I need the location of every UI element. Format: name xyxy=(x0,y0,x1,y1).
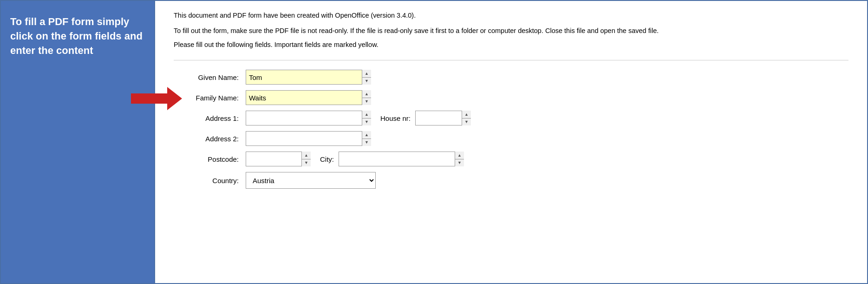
address1-row: Address 1: ▲ ▼ House nr: ▲ ▼ xyxy=(174,111,848,125)
family-name-input[interactable] xyxy=(246,90,371,105)
family-name-spinner-down[interactable]: ▼ xyxy=(362,98,371,106)
sidebar-instruction-text: To fill a PDF form simply click on the f… xyxy=(10,16,143,56)
postcode-input[interactable] xyxy=(246,152,311,166)
city-spinner-down[interactable]: ▼ xyxy=(455,159,464,167)
family-name-spinner-up[interactable]: ▲ xyxy=(362,90,371,98)
city-label: City: xyxy=(320,155,334,163)
address2-spinner-down[interactable]: ▼ xyxy=(362,139,371,146)
address2-row: Address 2: ▲ ▼ xyxy=(174,131,848,146)
postcode-spinner: ▲ ▼ xyxy=(301,152,311,166)
house-nr-spinner: ▲ ▼ xyxy=(462,111,471,125)
city-spinner-up[interactable]: ▲ xyxy=(455,152,464,159)
svg-marker-0 xyxy=(131,87,182,110)
country-row: Country: Austria Germany Switzerland Uni… xyxy=(174,172,848,189)
address1-input[interactable] xyxy=(246,111,371,125)
given-name-spinner-up[interactable]: ▲ xyxy=(362,70,371,78)
house-nr-spinner-down[interactable]: ▼ xyxy=(462,119,471,126)
address2-spinner-up[interactable]: ▲ xyxy=(362,131,371,139)
arrow-container xyxy=(131,87,182,114)
address2-label: Address 2: xyxy=(174,135,246,143)
postcode-spinner-down[interactable]: ▼ xyxy=(302,159,311,167)
family-name-spinner: ▲ ▼ xyxy=(362,90,371,105)
given-name-spinner: ▲ ▼ xyxy=(362,70,371,85)
given-name-input-wrapper: ▲ ▼ xyxy=(246,70,371,85)
postcode-input-wrapper: ▲ ▼ xyxy=(246,152,311,166)
sidebar: To fill a PDF form simply click on the f… xyxy=(1,1,154,283)
given-name-row: Given Name: ▲ ▼ xyxy=(174,70,848,85)
page-wrapper: To fill a PDF form simply click on the f… xyxy=(0,0,868,284)
address2-spinner: ▲ ▼ xyxy=(362,131,371,146)
address1-label: Address 1: xyxy=(174,114,246,122)
intro-line2: To fill out the form, make sure the PDF … xyxy=(174,26,848,36)
intro-line1: This document and PDF form have been cre… xyxy=(174,10,848,21)
family-name-row: Family Name: ▲ ▼ xyxy=(174,90,848,105)
intro-section: This document and PDF form have been cre… xyxy=(174,10,848,36)
given-name-input[interactable] xyxy=(246,70,371,85)
right-arrow-icon xyxy=(131,87,182,110)
address1-spinner-up[interactable]: ▲ xyxy=(362,111,371,119)
country-select-wrapper: Austria Germany Switzerland United Kingd… xyxy=(246,172,376,189)
main-content: This document and PDF form have been cre… xyxy=(154,1,867,283)
city-input[interactable] xyxy=(339,152,464,166)
address1-input-wrapper: ▲ ▼ xyxy=(246,111,371,125)
address2-input[interactable] xyxy=(246,131,371,146)
given-name-spinner-down[interactable]: ▼ xyxy=(362,78,371,85)
intro-line3: Please fill out the following fields. Im… xyxy=(174,41,848,48)
given-name-label: Given Name: xyxy=(174,73,246,81)
address2-input-wrapper: ▲ ▼ xyxy=(246,131,371,146)
city-spinner: ▲ ▼ xyxy=(455,152,464,166)
form-section: Given Name: ▲ ▼ Family Name: ▲ ▼ xyxy=(174,70,848,189)
house-nr-label: House nr: xyxy=(380,114,411,122)
address1-spinner: ▲ ▼ xyxy=(362,111,371,125)
house-nr-spinner-up[interactable]: ▲ xyxy=(462,111,471,119)
country-select[interactable]: Austria Germany Switzerland United Kingd… xyxy=(246,172,376,189)
address1-spinner-down[interactable]: ▼ xyxy=(362,119,371,126)
postcode-spinner-up[interactable]: ▲ xyxy=(302,152,311,159)
divider xyxy=(174,60,848,60)
postcode-city-row: Postcode: ▲ ▼ City: ▲ ▼ xyxy=(174,152,848,166)
city-input-wrapper: ▲ ▼ xyxy=(339,152,464,166)
country-label: Country: xyxy=(174,177,246,185)
family-name-label: Family Name: xyxy=(174,94,246,102)
house-nr-input-wrapper: ▲ ▼ xyxy=(415,111,471,125)
family-name-input-wrapper: ▲ ▼ xyxy=(246,90,371,105)
postcode-label: Postcode: xyxy=(174,155,246,163)
